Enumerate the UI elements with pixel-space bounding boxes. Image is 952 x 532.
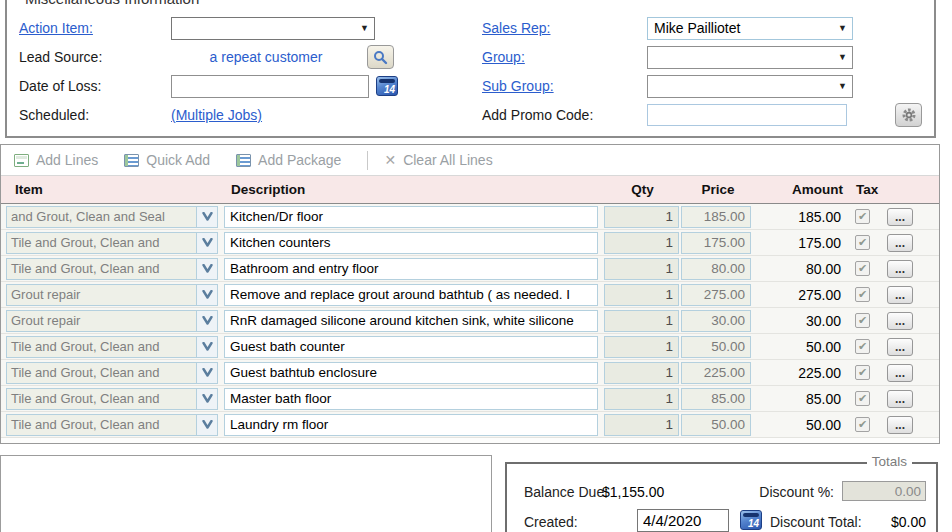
balance-due-label: Balance Due: — [524, 484, 608, 500]
line-options-button[interactable]: ... — [887, 312, 913, 330]
line-options-button[interactable]: ... — [887, 286, 913, 304]
price-input[interactable] — [681, 414, 751, 436]
tax-checkbox[interactable]: ✔ — [855, 235, 870, 250]
quick-add-button[interactable]: Quick Add — [124, 152, 210, 168]
price-input[interactable] — [681, 310, 751, 332]
group-label[interactable]: Group: — [482, 49, 647, 65]
discount-pct-input[interactable] — [842, 481, 926, 501]
item-select-chevron-button[interactable] — [197, 336, 218, 358]
item-select-chevron-button[interactable] — [197, 258, 218, 280]
line-options-button[interactable]: ... — [887, 208, 913, 226]
description-input[interactable] — [224, 336, 598, 358]
line-options-button[interactable]: ... — [887, 338, 913, 356]
lead-source-search-button[interactable] — [367, 45, 394, 69]
tax-checkbox[interactable]: ✔ — [855, 339, 870, 354]
price-input[interactable] — [681, 206, 751, 228]
item-select[interactable]: Tile and Grout, Clean and — [6, 258, 197, 280]
sales-rep-select[interactable]: Mike Pailliotet ▼ — [647, 17, 853, 40]
description-input[interactable] — [224, 206, 598, 228]
item-select-chevron-button[interactable] — [197, 206, 218, 228]
item-select-chevron-button[interactable] — [197, 362, 218, 384]
amount-value: 50.00 — [751, 417, 841, 433]
chevron-down-icon — [202, 290, 213, 299]
add-package-icon — [236, 154, 251, 167]
item-select[interactable]: Tile and Grout, Clean and — [6, 388, 197, 410]
add-package-button[interactable]: Add Package — [236, 152, 341, 168]
tax-checkbox[interactable]: ✔ — [855, 261, 870, 276]
amount-value: 185.00 — [751, 209, 841, 225]
scheduled-multiple-jobs-link[interactable]: (Multiple Jobs) — [171, 107, 262, 123]
header-amount: Amount — [753, 182, 843, 197]
qty-input[interactable] — [604, 388, 679, 410]
description-input[interactable] — [224, 284, 598, 306]
chevron-down-icon — [202, 342, 213, 351]
promo-code-input[interactable] — [647, 104, 847, 126]
lead-source-link[interactable]: a repeat customer — [210, 49, 323, 65]
gear-icon — [901, 107, 917, 123]
line-options-button[interactable]: ... — [887, 234, 913, 252]
description-input[interactable] — [224, 232, 598, 254]
qty-input[interactable] — [604, 284, 679, 306]
item-select-chevron-button[interactable] — [197, 310, 218, 332]
created-date-input[interactable] — [637, 509, 729, 532]
tax-checkbox[interactable]: ✔ — [855, 417, 870, 432]
qty-input[interactable] — [604, 206, 679, 228]
sub-group-label[interactable]: Sub Group: — [482, 78, 647, 94]
tax-checkbox[interactable]: ✔ — [855, 391, 870, 406]
qty-input[interactable] — [604, 310, 679, 332]
group-select[interactable]: ▼ — [647, 46, 853, 69]
tax-checkbox[interactable]: ✔ — [855, 287, 870, 302]
price-input[interactable] — [681, 284, 751, 306]
balance-due-value: $1,155.00 — [602, 484, 664, 500]
table-row: Tile and Grout, Clean and 175.00 ✔ ... — [1, 230, 939, 256]
line-options-button[interactable]: ... — [887, 364, 913, 382]
promo-apply-button[interactable] — [895, 103, 922, 127]
item-select[interactable]: Tile and Grout, Clean and — [6, 232, 197, 254]
item-select-chevron-button[interactable] — [197, 284, 218, 306]
action-item-select[interactable]: ▼ — [171, 17, 375, 40]
line-options-button[interactable]: ... — [887, 416, 913, 434]
sales-rep-label[interactable]: Sales Rep: — [482, 20, 647, 36]
date-of-loss-calendar-icon[interactable]: 14 — [376, 76, 398, 96]
created-calendar-icon[interactable]: 14 — [740, 510, 762, 530]
item-select-chevron-button[interactable] — [197, 232, 218, 254]
item-select[interactable]: Tile and Grout, Clean and — [6, 362, 197, 384]
qty-input[interactable] — [604, 232, 679, 254]
description-input[interactable] — [224, 258, 598, 280]
line-options-button[interactable]: ... — [887, 390, 913, 408]
price-input[interactable] — [681, 362, 751, 384]
item-select[interactable]: Grout repair — [6, 284, 197, 306]
add-lines-button[interactable]: Add Lines — [14, 152, 98, 168]
sub-group-select[interactable]: ▼ — [647, 75, 853, 98]
line-items-toolbar: Add Lines Quick Add Add Package ✕ Clear … — [1, 145, 939, 176]
item-select[interactable]: Grout repair — [6, 310, 197, 332]
table-row: and Grout, Clean and Seal 185.00 ✔ ... — [1, 204, 939, 230]
price-input[interactable] — [681, 258, 751, 280]
qty-input[interactable] — [604, 362, 679, 384]
chevron-down-icon — [202, 238, 213, 247]
description-input[interactable] — [224, 310, 598, 332]
totals-panel: Totals Balance Due: $1,155.00 Discount %… — [505, 462, 938, 532]
qty-input[interactable] — [604, 414, 679, 436]
price-input[interactable] — [681, 388, 751, 410]
qty-input[interactable] — [604, 336, 679, 358]
qty-input[interactable] — [604, 258, 679, 280]
item-select-chevron-button[interactable] — [197, 388, 218, 410]
date-of-loss-input[interactable] — [171, 75, 369, 98]
item-select[interactable]: Tile and Grout, Clean and — [6, 336, 197, 358]
item-select[interactable]: and Grout, Clean and Seal — [6, 206, 197, 228]
description-input[interactable] — [224, 388, 598, 410]
description-input[interactable] — [224, 362, 598, 384]
line-options-button[interactable]: ... — [887, 260, 913, 278]
clear-all-lines-button[interactable]: ✕ Clear All Lines — [384, 152, 492, 168]
price-input[interactable] — [681, 232, 751, 254]
clear-icon: ✕ — [384, 153, 396, 167]
item-select[interactable]: Tile and Grout, Clean and — [6, 414, 197, 436]
item-select-chevron-button[interactable] — [197, 414, 218, 436]
tax-checkbox[interactable]: ✔ — [855, 313, 870, 328]
action-item-label[interactable]: Action Item: — [19, 20, 171, 36]
description-input[interactable] — [224, 414, 598, 436]
tax-checkbox[interactable]: ✔ — [855, 209, 870, 224]
tax-checkbox[interactable]: ✔ — [855, 365, 870, 380]
price-input[interactable] — [681, 336, 751, 358]
